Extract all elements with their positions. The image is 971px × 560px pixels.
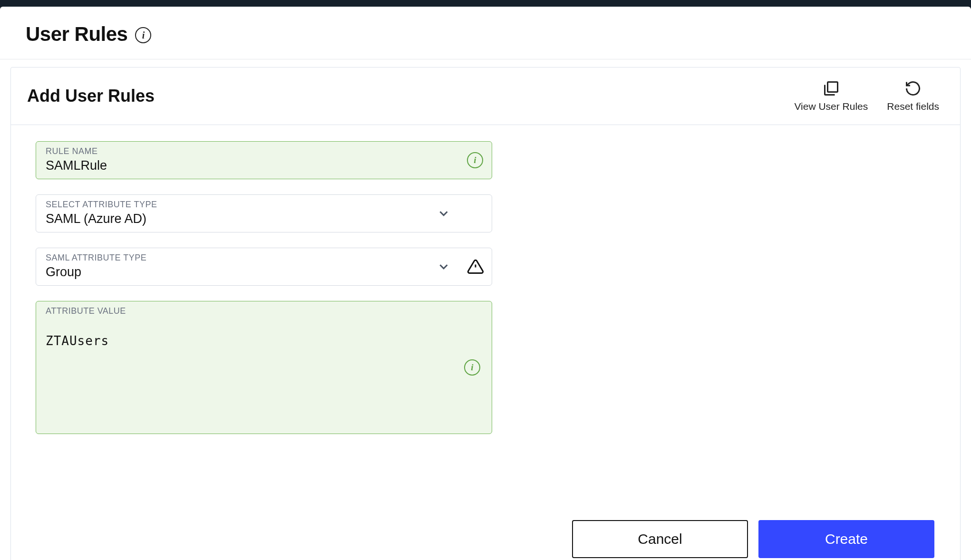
page-title: User Rules xyxy=(26,23,127,46)
attribute-type-value: SAML (Azure AD) xyxy=(46,211,482,227)
attribute-type-select[interactable]: SELECT ATTRIBUTE TYPE SAML (Azure AD) xyxy=(36,194,492,232)
reset-fields-button[interactable]: Reset fields xyxy=(887,80,939,112)
card-actions: View User Rules Reset fields xyxy=(794,80,944,112)
stack-icon xyxy=(823,80,840,97)
chevron-down-icon xyxy=(437,260,451,274)
rule-name-field[interactable]: RULE NAME SAMLRule i xyxy=(36,141,492,179)
attribute-value-field[interactable]: ATTRIBUTE VALUE ZTAUsers i xyxy=(36,301,492,434)
valid-info-icon: i xyxy=(467,152,483,168)
view-user-rules-button[interactable]: View User Rules xyxy=(794,80,868,112)
chevron-down-icon xyxy=(437,206,451,221)
footer-actions: Cancel Create xyxy=(572,520,934,558)
create-button[interactable]: Create xyxy=(758,520,934,558)
attribute-type-label: SELECT ATTRIBUTE TYPE xyxy=(46,200,482,210)
attribute-value-label: ATTRIBUTE VALUE xyxy=(46,306,482,316)
reset-icon xyxy=(904,80,922,97)
cancel-button[interactable]: Cancel xyxy=(572,520,748,558)
saml-attribute-type-value: Group xyxy=(46,264,482,280)
valid-info-icon: i xyxy=(464,359,480,376)
rule-name-value: SAMLRule xyxy=(46,157,482,174)
add-user-rules-card: Add User Rules View User Rules Reset fie… xyxy=(10,67,961,560)
reset-fields-label: Reset fields xyxy=(887,101,939,112)
form-area: RULE NAME SAMLRule i SELECT ATTRIBUTE TY… xyxy=(11,125,960,465)
saml-attribute-type-label: SAML ATTRIBUTE TYPE xyxy=(46,253,482,263)
warning-icon xyxy=(467,258,484,275)
svg-rect-0 xyxy=(827,82,837,92)
page-header: User Rules i xyxy=(0,7,971,59)
page-container: User Rules i Add User Rules View User Ru… xyxy=(0,7,971,560)
info-icon[interactable]: i xyxy=(135,27,151,43)
card-header: Add User Rules View User Rules Reset fie… xyxy=(11,68,960,125)
attribute-value-value: ZTAUsers xyxy=(46,333,482,349)
view-user-rules-label: View User Rules xyxy=(794,101,868,112)
rule-name-label: RULE NAME xyxy=(46,146,482,156)
saml-attribute-type-select[interactable]: SAML ATTRIBUTE TYPE Group xyxy=(36,248,492,286)
card-title: Add User Rules xyxy=(27,86,155,106)
